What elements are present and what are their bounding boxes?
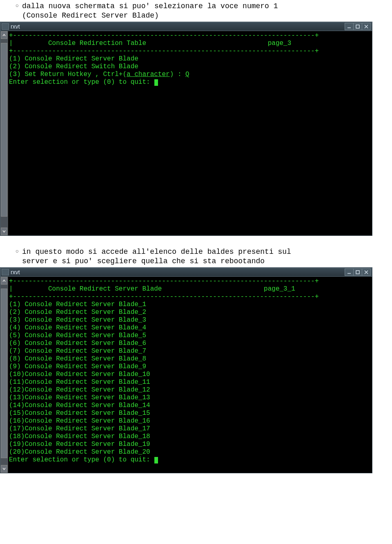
maximize-button[interactable]	[353, 23, 362, 30]
svg-rect-5	[356, 271, 359, 274]
menu-item: (14)Console Redirect Server Blade_14	[9, 402, 371, 410]
list-item: ○ dalla nuova schermata si puo' selezion…	[12, 2, 392, 20]
terminal-prompt[interactable]: Enter selection or type (0) to quit:	[9, 456, 371, 464]
minimize-button[interactable]	[345, 269, 354, 276]
menu-item: (15)Console Redirect Server Blade_15	[9, 410, 371, 417]
titlebar[interactable]: rxvt	[0, 22, 372, 31]
menu-item: (6) Console Redirect Server Blade_6	[9, 340, 371, 347]
cursor-icon	[154, 457, 158, 463]
scrollbar[interactable]	[0, 277, 8, 473]
terminal-output[interactable]: +---------------------------------------…	[8, 31, 372, 235]
menu-item: (17)Console Redirect Server Blade_17	[9, 425, 371, 433]
menu-item: (1) Console Redirect Server Blade_1	[9, 301, 371, 309]
minimize-button[interactable]	[345, 23, 354, 30]
scroll-down-icon[interactable]	[1, 465, 7, 472]
menu-item: (20)Console Redirect Server Blade_20	[9, 448, 371, 456]
maximize-button[interactable]	[353, 269, 362, 276]
scrollbar-track[interactable]	[1, 39, 7, 227]
menu-item: (3) Console Redirect Server Blade_3	[9, 316, 371, 324]
menu-item: (5) Console Redirect Server Blade_5	[9, 332, 371, 340]
scroll-up-icon[interactable]	[1, 31, 7, 39]
terminal-window-1: rxvt +----------------------------------…	[0, 22, 372, 236]
menu-item: (19)Console Redirect Server Blade_19	[9, 441, 371, 448]
terminal-border: +---------------------------------------…	[9, 293, 371, 301]
close-button[interactable]	[362, 269, 371, 276]
terminal-header: | Console Redirect Server Blade page_3_1	[9, 285, 371, 293]
titlebar[interactable]: rxvt	[0, 268, 372, 277]
terminal-header: | Console Redirection Table page_3	[9, 40, 371, 47]
menu-item: (12)Console Redirect Server Blade_12	[9, 386, 371, 394]
menu-item: (2) Console Redirect Server Blade_2	[9, 309, 371, 316]
window-title: rxvt	[11, 23, 345, 30]
menu-item: (4) Console Redirect Server Blade_4	[9, 324, 371, 332]
menu-item: (7) Console Redirect Server Blade_7	[9, 347, 371, 355]
scrollbar[interactable]	[0, 31, 8, 235]
menu-item: (2) Console Redirect Switch Blade	[9, 63, 371, 71]
menu-item: (16)Console Redirect Server Blade_16	[9, 417, 371, 425]
menu-item: (10)Console Redirect Server Blade_10	[9, 371, 371, 378]
window-menu-icon[interactable]	[2, 23, 9, 30]
scroll-up-icon[interactable]	[1, 277, 7, 284]
list-item-text: in questo modo si accede all'elenco dell…	[22, 247, 291, 266]
cursor-icon	[154, 79, 158, 86]
terminal-border: +---------------------------------------…	[9, 47, 371, 55]
menu-item: (9) Console Redirect Server Blade_9	[9, 363, 371, 371]
scrollbar-thumb[interactable]	[1, 43, 7, 217]
bullet-icon: ○	[12, 2, 22, 10]
menu-item: (3) Set Return Hotkey , Ctrl+(a characte…	[9, 71, 371, 78]
menu-item: (18)Console Redirect Server Blade_18	[9, 433, 371, 441]
terminal-window-2: rxvt +----------------------------------…	[0, 267, 372, 473]
close-button[interactable]	[362, 23, 371, 30]
terminal-output[interactable]: +---------------------------------------…	[8, 277, 372, 473]
scroll-down-icon[interactable]	[1, 228, 7, 235]
window-controls	[345, 23, 371, 30]
terminal-border: +---------------------------------------…	[9, 278, 371, 285]
bullet-icon: ○	[12, 247, 22, 255]
terminal-border: +---------------------------------------…	[9, 32, 371, 40]
menu-item: (11)Console Redirect Server Blade_11	[9, 378, 371, 386]
terminal-prompt[interactable]: Enter selection or type (0) to quit:	[9, 78, 371, 86]
scrollbar-thumb[interactable]	[1, 289, 7, 459]
list-item: ○ in questo modo si accede all'elenco de…	[12, 247, 392, 266]
menu-item: (13)Console Redirect Server Blade_13	[9, 394, 371, 402]
window-menu-icon[interactable]	[2, 269, 9, 275]
menu-item: (8) Console Redirect Server Blade_8	[9, 355, 371, 363]
svg-rect-1	[356, 25, 359, 28]
window-controls	[345, 269, 371, 276]
scrollbar-track[interactable]	[1, 285, 7, 465]
window-title: rxvt	[11, 269, 345, 275]
list-item-text: dalla nuova schermata si puo' selezionar…	[22, 2, 278, 20]
menu-item: (1) Console Redirect Server Blade	[9, 55, 371, 63]
